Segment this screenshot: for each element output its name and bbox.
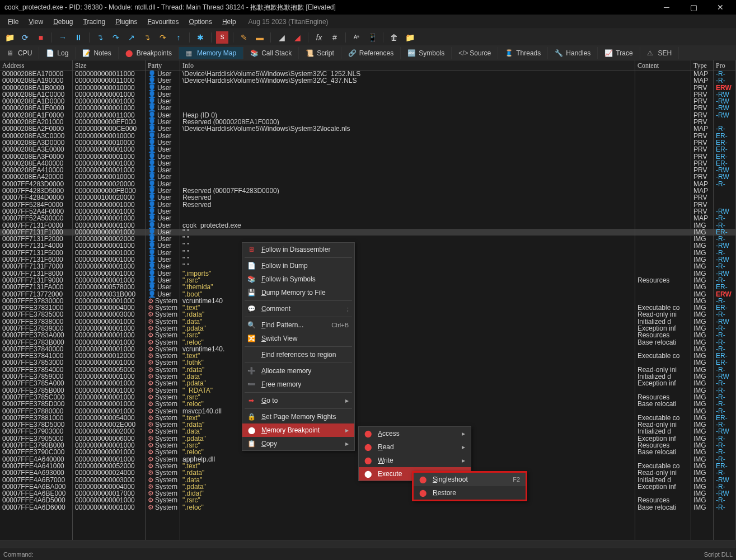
- cell-type[interactable]: PRV: [691, 167, 713, 173]
- cell-party[interactable]: 👤User: [146, 187, 180, 194]
- cell-party[interactable]: 👤User: [146, 229, 180, 236]
- cell-type[interactable]: IMG: [691, 483, 713, 490]
- cell-type[interactable]: MAP: [691, 77, 713, 84]
- cell-type[interactable]: PRV: [691, 133, 713, 139]
- ctx-go-to[interactable]: ➡Go to▸: [242, 394, 354, 407]
- cell-info[interactable]: [180, 173, 635, 180]
- cell-type[interactable]: IMG: [691, 298, 713, 304]
- ctx-access[interactable]: ⬤Access▸: [359, 427, 471, 440]
- cell-type[interactable]: IMG: [691, 463, 713, 469]
- cell-size[interactable]: 0000000000011000: [73, 70, 145, 77]
- cell-prot[interactable]: -RW: [714, 173, 735, 180]
- cell-prot[interactable]: [714, 119, 735, 125]
- cell-type[interactable]: IMG: [691, 456, 713, 463]
- cell-info[interactable]: [180, 146, 635, 153]
- cell-prot[interactable]: -R-: [714, 421, 735, 428]
- cell-party[interactable]: ⚙System: [146, 332, 180, 338]
- ctx-follow-in-symbols[interactable]: 📚Follow in Symbols: [242, 272, 354, 286]
- fx-icon[interactable]: fx: [313, 31, 325, 44]
- cell-type[interactable]: IMG: [691, 242, 713, 249]
- cell-prot[interactable]: -R-: [714, 125, 735, 132]
- cell-size[interactable]: 0000000000012000: [73, 352, 145, 359]
- cell-content[interactable]: [635, 84, 691, 91]
- cell-size[interactable]: 0000000000001000: [73, 263, 145, 270]
- cell-party[interactable]: 👤User: [146, 208, 180, 215]
- stepinto-icon[interactable]: ↴: [94, 31, 106, 44]
- cell-size[interactable]: 0000000000003000: [73, 477, 145, 483]
- ctx-write[interactable]: ⬤Write▸: [359, 454, 471, 467]
- cell-prot[interactable]: -RW: [714, 167, 735, 173]
- cell-type[interactable]: MAP: [691, 125, 713, 132]
- cell-size[interactable]: 0000000000001000: [73, 153, 145, 160]
- cell-type[interactable]: PRV: [691, 160, 713, 167]
- cell-content[interactable]: Executable co: [635, 304, 691, 311]
- tab-source[interactable]: </>Source: [452, 47, 498, 59]
- cell-size[interactable]: 0000000000002000: [73, 236, 145, 242]
- cell-type[interactable]: PRV: [691, 112, 713, 119]
- cell-size[interactable]: 0000000000001000: [73, 449, 145, 455]
- cell-prot[interactable]: ERW: [714, 84, 735, 91]
- cell-prot[interactable]: -RW: [714, 477, 735, 483]
- cell-prot[interactable]: -R-: [714, 181, 735, 187]
- cell-type[interactable]: IMG: [691, 401, 713, 407]
- trash-icon[interactable]: 🗑: [388, 31, 400, 44]
- cell-size[interactable]: 0000000000001000: [73, 270, 145, 277]
- ctx-dump-memory-to-file[interactable]: 💾Dump Memory to File: [242, 286, 354, 299]
- cell-party[interactable]: 👤User: [146, 181, 180, 187]
- cell-type[interactable]: IMG: [691, 373, 713, 380]
- tab-symbols[interactable]: 🔤Symbols: [401, 47, 452, 59]
- cell-size[interactable]: 0000000000001000: [73, 504, 145, 511]
- cell-prot[interactable]: -RW: [714, 256, 735, 263]
- cell-party[interactable]: ⚙System: [146, 449, 180, 455]
- cell-info[interactable]: [180, 153, 635, 160]
- cell-party[interactable]: 👤User: [146, 125, 180, 132]
- cell-party[interactable]: ⚙System: [146, 483, 180, 490]
- cell-content[interactable]: Executable co: [635, 463, 691, 469]
- ctx-memory-breakpoint[interactable]: ⬤Memory Breakpoint▸: [242, 423, 354, 437]
- cell-addr[interactable]: 00007FF713772000: [0, 291, 72, 298]
- cell-prot[interactable]: ER-: [714, 229, 735, 236]
- cell-size[interactable]: 0000000000024000: [73, 469, 145, 476]
- cell-size[interactable]: 0000000000010000: [73, 173, 145, 180]
- cell-addr[interactable]: 00000208EA1D0000: [0, 98, 72, 105]
- cell-addr[interactable]: 00007FF52A500000: [0, 215, 72, 222]
- cell-party[interactable]: 👤User: [146, 91, 180, 98]
- cell-size[interactable]: 0000000000001000: [73, 91, 145, 98]
- cell-type[interactable]: IMG: [691, 256, 713, 263]
- col-header-party[interactable]: Party: [146, 60, 180, 70]
- cell-type[interactable]: PRV: [691, 84, 713, 91]
- cell-type[interactable]: IMG: [691, 229, 713, 236]
- cell-type[interactable]: IMG: [691, 387, 713, 394]
- cell-size[interactable]: 00000000000EF000: [73, 119, 145, 125]
- cell-party[interactable]: ⚙System: [146, 456, 180, 463]
- cell-party[interactable]: ⚙System: [146, 477, 180, 483]
- cell-prot[interactable]: -RW: [714, 490, 735, 497]
- cell-prot[interactable]: -R-: [714, 332, 735, 338]
- cell-party[interactable]: ⚙System: [146, 352, 180, 359]
- cell-content[interactable]: [635, 229, 691, 236]
- cell-size[interactable]: 0000000000010000: [73, 133, 145, 139]
- cell-prot[interactable]: -R-: [714, 339, 735, 346]
- cell-size[interactable]: 0000000000001000: [73, 277, 145, 284]
- cell-addr[interactable]: 00007FFE3785A000: [0, 380, 72, 387]
- cell-type[interactable]: IMG: [691, 469, 713, 476]
- cell-content[interactable]: Resources: [635, 332, 691, 338]
- cell-type[interactable]: IMG: [691, 435, 713, 442]
- cell-prot[interactable]: -R-: [714, 456, 735, 463]
- cell-type[interactable]: IMG: [691, 428, 713, 435]
- cell-size[interactable]: 0000000000003000: [73, 311, 145, 318]
- cell-info[interactable]: Reserved (00000208EA1F0000): [180, 119, 635, 125]
- cell-info[interactable]: " ": [180, 229, 635, 236]
- cell-addr[interactable]: 00007FF52A4F0000: [0, 208, 72, 215]
- cell-addr[interactable]: 00007FFE37903000: [0, 428, 72, 435]
- cell-party[interactable]: 👤User: [146, 215, 180, 222]
- stepout-icon[interactable]: ↗: [125, 31, 138, 44]
- cell-content[interactable]: [635, 346, 691, 352]
- cell-party[interactable]: 👤User: [146, 256, 180, 263]
- cell-party[interactable]: 👤User: [146, 270, 180, 277]
- cell-prot[interactable]: -R-: [714, 325, 735, 332]
- trstepover-icon[interactable]: ↷: [157, 31, 169, 44]
- cell-party[interactable]: ⚙System: [146, 394, 180, 401]
- cell-info[interactable]: ".reloc": [180, 504, 635, 511]
- cell-content[interactable]: [635, 173, 691, 180]
